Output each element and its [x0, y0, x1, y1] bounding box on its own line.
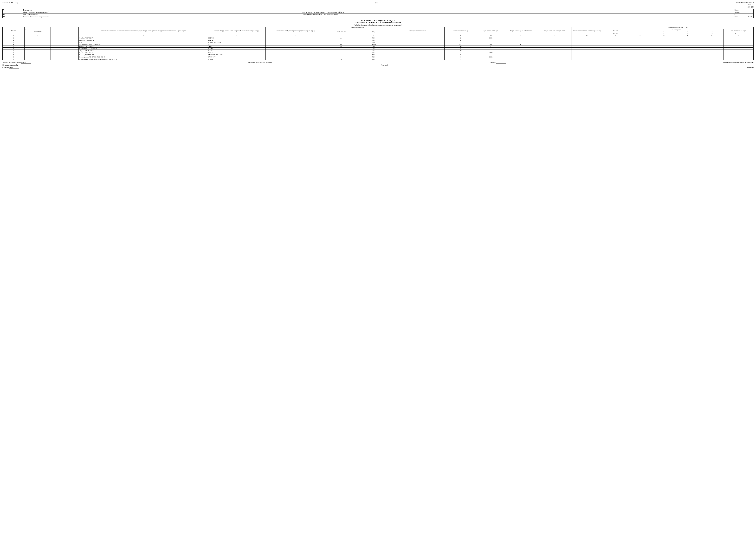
cell-r11-c17: [652, 58, 676, 60]
cell-r9-c16: [628, 54, 652, 56]
cell-r4-c14: [571, 43, 602, 45]
cell-r6-c20: [724, 47, 754, 50]
cell-r4-c6: [265, 43, 325, 45]
cell-r1-c3: [51, 37, 78, 39]
row8-right-label: Листов: [734, 11, 747, 14]
cell-r1-c4: Коробка, ГОСТ8525-78: [78, 37, 208, 39]
cell-r11-c1: II: [3, 58, 24, 60]
row10-right-value: [747, 14, 754, 16]
cell-r1-c12: [505, 37, 537, 39]
cell-r8-c17: [652, 52, 676, 54]
cell-r9-c10: 3: [445, 54, 477, 56]
cell-r3-c8: 796: [357, 41, 390, 43]
cell-r6-c18: [676, 47, 700, 50]
footer-section: Главный инженер проекта Велл-б /Шатилов/…: [2, 62, 754, 69]
col-header-total: ВСЕ-ГО: [602, 29, 628, 33]
cell-r10-c15: [602, 56, 628, 58]
cell-r4-c7: м/кг: [325, 43, 357, 45]
cell-r5-c14: [571, 45, 602, 47]
cell-r9-c4: Резистор, ГОСТ7II3-77Е: [78, 54, 208, 56]
col-header-unit-code: Код: [357, 29, 390, 35]
cell-r6-c12: [505, 47, 537, 50]
chief-engineer-sign: Велл-б: [21, 62, 31, 63]
cell-r11-c7: м: [325, 58, 357, 60]
cell-r9-c8: 796: [357, 54, 390, 56]
org-head-sign-line: [744, 64, 754, 66]
cell-r1-c2: [24, 37, 51, 39]
cell-r4-c20: [724, 43, 754, 45]
row8-value: Цех по ремонту зерноуборочных и специаль…: [302, 11, 734, 14]
col-header-q4b: 1У: [700, 33, 724, 35]
col-header-costb: Стои-мость: [724, 33, 754, 35]
cell-r10-c14: [571, 56, 602, 58]
col-header-wait: Ожидае-мое на-чало на-потреб-ления: [537, 27, 571, 35]
cell-r4-c8: 006/I65: [357, 43, 390, 45]
cell-r1-c18: [676, 37, 700, 39]
cell-r2-c2: [24, 39, 51, 41]
cell-r5-c16: [628, 45, 652, 47]
header-center: - 60 -: [374, 2, 379, 4]
cell-r11-c5: Т-20хI,5: [208, 58, 265, 60]
cell-r9-c17: [652, 54, 676, 56]
row12-value: [302, 16, 734, 18]
footer-row-3: Составил Бшуб (подпись): [2, 67, 754, 69]
cell-r5-c8: 796: [357, 45, 390, 47]
cell-r6-c16: [628, 47, 652, 50]
col-num-20: 19: [724, 35, 754, 37]
cell-r8-c20: [724, 52, 754, 54]
cell-r4-c16: [628, 43, 652, 45]
compiler-sign: Бшуб: [9, 67, 19, 69]
cell-r1-c13: [537, 37, 571, 39]
info-row-7: 7 Предприятие Всего: [3, 9, 754, 11]
chief-engineer-block: Главный инженер проекта Велл-б: [2, 62, 31, 63]
cell-r5-c3: [51, 45, 78, 47]
col-header-decl: Заяв-ленная потреб-ность на план-ниру-ем…: [571, 27, 602, 35]
cell-r11-c8: 006: [357, 58, 390, 60]
cell-r8-c5: КСК-I6: [208, 52, 265, 54]
customer-sign-line: [496, 62, 506, 63]
footer-row-2: Начальник отдела тбш- (подпись): [2, 64, 754, 66]
cell-r3-c14: [571, 41, 602, 43]
cell-r2-c11: -: [477, 39, 505, 41]
na-label-text: на ОСНОВНЫЕ МОНТАЖНЫЕ МАТЕРИАЛЫ И ИЗДЕЛИ…: [355, 22, 401, 24]
doc-series: (УI): [15, 2, 18, 4]
cell-r10-c11: 0,002: [477, 56, 505, 58]
cell-r1-c19: [700, 37, 724, 39]
cell-r6-c6: [265, 47, 325, 50]
cell-r2-c7: ": [325, 39, 357, 41]
info-row-8: 8 Объект (производственная мощность) Цех…: [3, 11, 754, 14]
cell-r5-c11: +: [477, 45, 505, 47]
cell-r9-c7: ": [325, 54, 357, 56]
table-row-10: IOТрансформатор, ТУ45.7 ТО.473.004ТУ-77Т…: [3, 56, 754, 58]
row10-right-label: СС: [734, 14, 747, 16]
chief-engineer-label: Главный инженер проекта: [2, 62, 21, 63]
cell-r4-c15: [602, 43, 628, 45]
cell-r2-c3: [51, 39, 78, 41]
cell-r9-c12: [505, 54, 537, 56]
cell-r7-c7: ": [325, 50, 357, 52]
row12-num: 12: [3, 16, 22, 18]
cell-r1-c15: [602, 37, 628, 39]
info-row-12: 12 Условное обозначение спецификации СС-…: [3, 16, 754, 18]
cell-r9-c5: ОМЛТ-0,5- -5,6+ +10%: [208, 54, 265, 56]
cell-r11-c3: [51, 58, 78, 60]
row7-right-label: Всего: [734, 9, 747, 11]
cell-r7-c19: [700, 50, 724, 52]
cell-r7-c15: [602, 50, 628, 52]
cell-r2-c1: 2: [3, 39, 24, 41]
cell-r9-c2: [24, 54, 51, 56]
cell-r8-c19: [700, 52, 724, 54]
cell-r3-c2: [24, 41, 51, 43]
col-header-quarters: в т.ч. по кварталам: [628, 29, 724, 31]
cell-r6-c3: [51, 47, 78, 50]
org-head-sign2-block: (подпись): [747, 67, 754, 69]
col-header-equip: Код оборудования, материалов: [390, 27, 445, 35]
cell-r6-c15: [602, 47, 628, 50]
col-header-tech: [51, 27, 78, 35]
main-table: №№ п/п № поз. по тех ноло-ги-чес-кой схе…: [2, 27, 754, 60]
cell-r1-c7: шт: [325, 37, 357, 39]
dept-head-sign: тбш-: [15, 64, 25, 66]
org-head-label: Руководитель комплектующей организации: [723, 62, 754, 63]
table-header-nums: 1 2 3 4 5 6 7 8 9 10 11 12 13 14 15 16 1…: [3, 35, 754, 37]
row7-right-value: [747, 9, 754, 11]
